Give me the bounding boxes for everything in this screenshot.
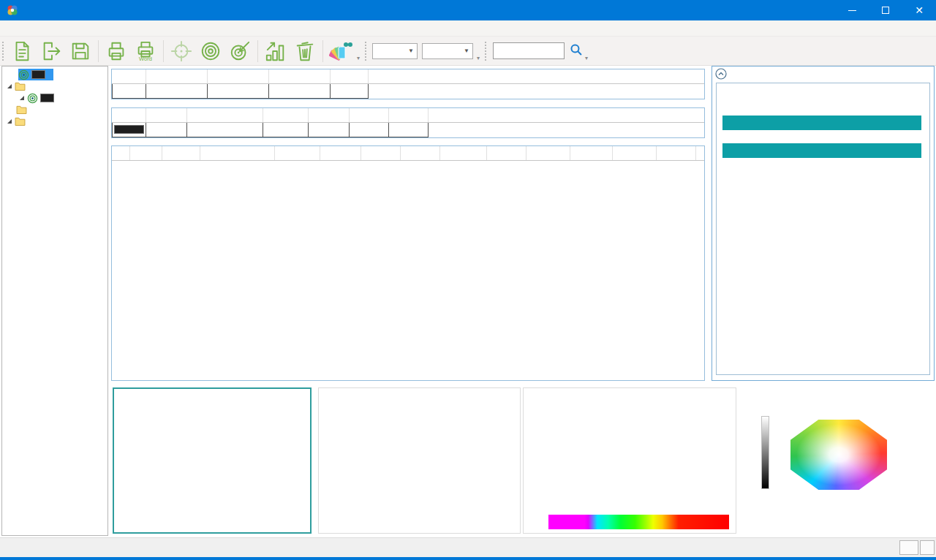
color-card-search-button[interactable] xyxy=(326,38,355,64)
search-input[interactable] xyxy=(493,42,565,59)
tree-item-selected-sample[interactable] xyxy=(2,69,107,80)
delete-button[interactable] xyxy=(290,38,320,64)
col-header xyxy=(274,146,320,160)
auto-mode-button[interactable] xyxy=(899,540,918,555)
export-button[interactable] xyxy=(37,38,66,64)
tolerance-row[interactable] xyxy=(113,83,705,98)
mode-combo[interactable]: ▼ xyxy=(372,43,418,59)
cell-l xyxy=(309,122,350,137)
col-header xyxy=(320,146,361,160)
tree-expander-icon[interactable] xyxy=(7,119,12,124)
cell-de-limit xyxy=(331,83,369,98)
menu-help[interactable] xyxy=(92,26,105,31)
col-header-filler xyxy=(369,69,705,83)
bullseye-icon xyxy=(200,40,222,62)
color-wheel-octagon xyxy=(790,420,887,490)
print-icon xyxy=(105,40,127,62)
col-header xyxy=(200,146,274,160)
lab-color-wheel-chart[interactable] xyxy=(739,387,935,534)
bullseye-icon xyxy=(27,93,38,104)
col-header-status xyxy=(112,146,129,160)
toolbar-overflow-icon[interactable]: ▾ xyxy=(585,55,588,61)
toolbar-grip xyxy=(365,42,366,61)
col-header xyxy=(612,146,656,160)
spectral-reflectance-chart[interactable] xyxy=(523,387,736,534)
toolbar-separator xyxy=(98,40,99,62)
cell-dl-range xyxy=(146,83,208,98)
col-header xyxy=(263,108,309,122)
col-header-filler xyxy=(429,108,705,122)
print-button[interactable] xyxy=(102,38,131,64)
col-header xyxy=(350,108,389,122)
col-header xyxy=(146,69,208,83)
chevron-down-icon: ▼ xyxy=(458,48,469,54)
col-header-filler xyxy=(695,146,704,160)
collapse-icon[interactable] xyxy=(715,68,727,80)
lab-stats-table xyxy=(722,116,921,130)
cell-da-range xyxy=(208,83,269,98)
tree-folder-standard[interactable] xyxy=(2,80,107,92)
toolbar-separator xyxy=(322,40,323,62)
col-header xyxy=(129,146,162,160)
delta-ab-scatter-chart[interactable] xyxy=(113,387,312,534)
toolbar-overflow-icon[interactable]: ▾ xyxy=(477,55,480,61)
new-document-button[interactable] xyxy=(7,38,37,64)
col-header xyxy=(187,108,263,122)
menu-settings[interactable] xyxy=(66,26,79,31)
tree-expander-icon[interactable] xyxy=(7,84,12,88)
illuminant-combo[interactable]: ▼ xyxy=(422,43,473,59)
color-difference-panel xyxy=(712,66,935,381)
status-blank-box xyxy=(920,540,935,555)
menu-instrument[interactable] xyxy=(13,26,26,31)
panel-header xyxy=(712,67,934,81)
color-swatch xyxy=(40,94,54,102)
color-swatch xyxy=(31,70,45,79)
col-header xyxy=(486,146,526,160)
maximize-button[interactable] xyxy=(869,0,902,20)
trash-icon xyxy=(294,40,316,62)
print-word-button[interactable]: Word xyxy=(131,38,160,64)
measure-standard-button[interactable] xyxy=(196,38,225,64)
cell-db-range xyxy=(269,83,331,98)
standard-table xyxy=(111,107,705,138)
cell-illuminant xyxy=(263,122,309,137)
col-header xyxy=(526,146,570,160)
menu-measure[interactable] xyxy=(26,26,39,31)
cell-illuminant xyxy=(113,83,146,98)
col-header xyxy=(361,146,400,160)
delta-e-trend-chart[interactable] xyxy=(318,387,521,534)
tree-item-standard-node[interactable] xyxy=(2,92,107,104)
folder-icon xyxy=(16,105,27,114)
new-document-icon xyxy=(11,40,33,62)
menu-color-card-match[interactable] xyxy=(79,26,92,31)
window-bottom-border xyxy=(0,557,936,560)
calibrate-button[interactable] xyxy=(167,38,196,64)
workspace xyxy=(0,66,936,537)
minimize-button[interactable] xyxy=(835,0,869,20)
cell-datetime xyxy=(187,122,263,137)
tolerance-table xyxy=(111,69,705,99)
menu-sample-library[interactable] xyxy=(39,26,53,31)
save-button[interactable] xyxy=(66,38,95,64)
tree-folder-all-samples[interactable] xyxy=(2,116,107,127)
cielab-box xyxy=(716,83,930,375)
col-header-filler xyxy=(656,146,695,160)
close-button[interactable]: ✕ xyxy=(902,0,936,20)
status-bar xyxy=(0,537,936,557)
print-word-icon: Word xyxy=(135,40,156,62)
measure-sample-button[interactable] xyxy=(225,38,254,64)
col-header xyxy=(570,146,612,160)
target-arrow-icon xyxy=(229,40,251,62)
col-header xyxy=(880,143,921,158)
tree-folder-absolute-data[interactable] xyxy=(2,104,107,116)
menu-file[interactable] xyxy=(0,26,13,31)
report-chart-button[interactable] xyxy=(261,38,290,64)
toolbar-overflow-icon[interactable]: ▾ xyxy=(357,55,360,61)
search-icon[interactable] xyxy=(569,42,584,59)
menu-bar xyxy=(0,20,936,37)
tree-expander-icon[interactable] xyxy=(20,96,24,100)
standard-row[interactable] xyxy=(113,122,705,137)
col-header xyxy=(839,116,880,130)
menu-data[interactable] xyxy=(53,26,66,31)
toolbar-grip xyxy=(485,42,486,61)
